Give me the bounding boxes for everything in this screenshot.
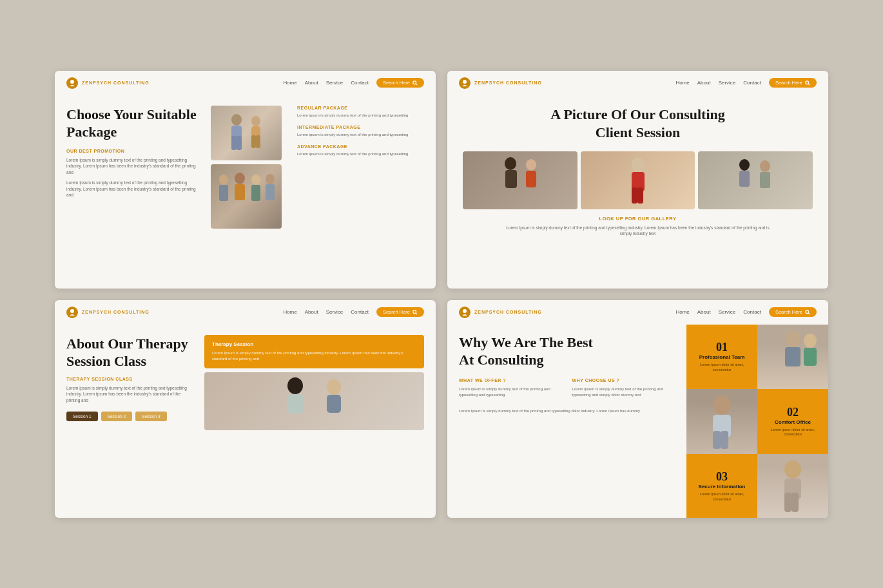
session-buttons: Session 1 Session 2 Session 3 (66, 412, 195, 421)
svg-point-22 (505, 157, 516, 170)
nav-about-4[interactable]: About (697, 309, 711, 315)
session-btn-1[interactable]: Session 1 (66, 412, 98, 421)
svg-point-3 (231, 114, 242, 126)
search-btn-2[interactable]: Search Here (769, 78, 817, 88)
svg-rect-25 (526, 171, 536, 187)
slide4-cols: WHAT WE OFFER ? Lorem ipsum is simply du… (459, 378, 675, 403)
client-session-title: A Picture Of Our ConsultingClient Sessio… (463, 106, 813, 142)
svg-rect-28 (632, 187, 637, 204)
therapy-photo (204, 372, 424, 430)
slide4-body: Why We Are The BestAt Consulting WHAT WE… (447, 325, 828, 518)
slide-therapy: ZENPSYCH CONSULTING Home About Service C… (55, 300, 436, 518)
nav-contact-1[interactable]: Contact (351, 80, 369, 86)
nav-service-2[interactable]: Service (719, 80, 736, 86)
nav-links-3: Home About Service Contact Search Here (283, 307, 424, 317)
slide4-left-panel: Why We Are The BestAt Consulting WHAT WE… (447, 325, 686, 518)
promo-text-1: Lorem Ipsum is simply dummy text of the … (66, 157, 202, 176)
session-btn-3[interactable]: Session 3 (135, 412, 167, 421)
search-btn-1[interactable]: Search Here (376, 78, 424, 88)
nav-service-4[interactable]: Service (719, 309, 736, 315)
nav-contact-2[interactable]: Contact (743, 80, 761, 86)
nav-about-1[interactable]: About (305, 80, 318, 86)
nav-about-2[interactable]: About (697, 80, 711, 86)
svg-point-46 (804, 334, 817, 348)
packages-title: Choose Your Suitable Package (66, 106, 202, 141)
svg-point-32 (760, 160, 770, 172)
regular-package: REGULAR PACKAGE Lorem ipsum is simply du… (297, 106, 424, 119)
nav-links-1: Home About Service Contact Search Here (283, 78, 424, 88)
promo-text-2: Lorem Ipsum is simply dummy text of the … (66, 180, 202, 198)
search-btn-4[interactable]: Search Here (769, 307, 817, 317)
offer-col-title: WHAT WE OFFER ? (459, 378, 562, 383)
therapy-title: About Our TherapySession Class (66, 335, 195, 370)
svg-rect-51 (721, 431, 728, 449)
svg-rect-40 (327, 395, 341, 413)
slide-packages: ZENPSYCH CONSULTING Home About Service C… (55, 71, 436, 289)
slide1-packages-panel: REGULAR PACKAGE Lorem ipsum is simply du… (291, 106, 424, 229)
svg-line-43 (808, 313, 810, 314)
svg-point-30 (739, 159, 750, 171)
slide4-bottom-text: Lorem Ipsum is simply dummy text of the … (459, 408, 675, 414)
svg-point-41 (463, 309, 467, 313)
svg-rect-16 (251, 185, 260, 201)
feature-professional-card: 01 Professional Team Lorem ipsum dolor s… (686, 325, 757, 390)
svg-point-35 (413, 310, 416, 313)
advance-package: ADVANCE PACKAGE Lorem ipsum is simply du… (297, 144, 424, 157)
slides-grid: ZENPSYCH CONSULTING Home About Service C… (55, 71, 828, 518)
offer-col-text: Lorem ipsum is simply dummy text of the … (459, 386, 562, 398)
svg-point-0 (70, 80, 74, 84)
choose-col-text: Lorem ipsum is simply dummy text of the … (572, 386, 675, 398)
nav-contact-4[interactable]: Contact (743, 309, 761, 315)
therapy-card-text: Lorem Ipsum is simply dummy text of the … (212, 350, 416, 362)
why-choose-col: WHY CHOOSE US ? Lorem ipsum is simply du… (572, 378, 675, 403)
intermediate-package: INTERMEDIATE PACKAGE Lorem ipsum is simp… (297, 125, 424, 138)
svg-rect-45 (785, 347, 801, 366)
svg-rect-10 (256, 135, 260, 148)
svg-point-26 (632, 158, 645, 172)
nav-bar-4: ZENPSYCH CONSULTING Home About Service C… (447, 300, 828, 325)
client-photo-2 (581, 151, 695, 209)
svg-rect-47 (804, 348, 817, 366)
therapy-label: THERAPY SESSION CLASS (66, 377, 195, 381)
svg-point-19 (463, 80, 467, 84)
gallery-text: Lorem Ipsum is simply dummy text of the … (503, 225, 773, 238)
session-btn-2[interactable]: Session 2 (101, 412, 133, 421)
svg-rect-31 (739, 171, 750, 187)
slide3-right-panel: Therapy Session Lorem Ipsum is simply du… (204, 335, 424, 430)
nav-bar-1: ZENPSYCH CONSULTING Home About Service C… (55, 71, 436, 95)
feature-photo-2 (686, 389, 757, 454)
what-we-offer-col: WHAT WE OFFER ? Lorem ipsum is simply du… (459, 378, 562, 403)
svg-point-15 (251, 175, 260, 185)
search-btn-3[interactable]: Search Here (376, 307, 424, 317)
nav-service-1[interactable]: Service (326, 80, 344, 86)
client-photo-1 (463, 151, 577, 209)
svg-line-2 (416, 84, 417, 85)
svg-rect-18 (266, 184, 275, 200)
nav-about-3[interactable]: About (305, 309, 318, 315)
slide-client-session: ZENPSYCH CONSULTING Home About Service C… (447, 71, 828, 289)
feature-comfort-card: 02 Comfort Office Lorem ipsum dolor sit … (757, 389, 828, 454)
svg-point-42 (806, 310, 809, 313)
slide3-body: About Our TherapySession Class THERAPY S… (55, 325, 436, 441)
nav-home-2[interactable]: Home (675, 80, 689, 86)
nav-home-4[interactable]: Home (675, 309, 689, 315)
nav-home-1[interactable]: Home (283, 80, 296, 86)
svg-rect-5 (231, 136, 237, 150)
consulting-photo-1 (211, 106, 282, 160)
nav-contact-3[interactable]: Contact (351, 309, 369, 315)
slide1-left-panel: Choose Your Suitable Package OUR BEST PR… (66, 106, 202, 229)
svg-rect-55 (791, 493, 799, 512)
slide1-body: Choose Your Suitable Package OUR BEST PR… (55, 95, 436, 239)
svg-rect-23 (505, 170, 517, 188)
svg-point-20 (806, 81, 809, 84)
svg-point-17 (266, 174, 275, 184)
svg-point-13 (235, 173, 245, 184)
feature-secure-card: 03 Secure Information Lorem ipsum dolor … (686, 454, 757, 518)
slide3-left-panel: About Our TherapySession Class THERAPY S… (66, 335, 195, 421)
logo-2: ZENPSYCH CONSULTING (459, 77, 542, 89)
svg-line-21 (808, 84, 810, 85)
svg-point-44 (785, 330, 801, 347)
nav-service-3[interactable]: Service (326, 309, 344, 315)
logo-1: ZENPSYCH CONSULTING (66, 77, 150, 89)
nav-home-3[interactable]: Home (283, 309, 296, 315)
